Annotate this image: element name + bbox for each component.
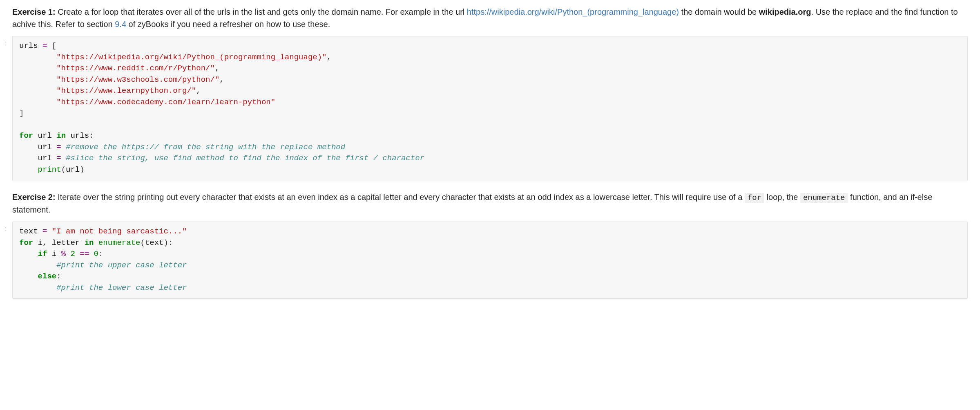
code-token: [19, 98, 56, 107]
code-token: "https://www.learnpython.org/": [56, 86, 196, 95]
code-token: for: [19, 131, 33, 140]
exercise-2-description: Exercise 2: Iterate over the string prin…: [12, 191, 964, 216]
notebook-page: Exercise 1: Create a for loop that itera…: [0, 0, 980, 325]
code-token: [19, 75, 56, 84]
code-token: enumerate: [98, 238, 141, 247]
code-token: #print the lower case letter: [56, 283, 187, 292]
code-token: ==: [80, 249, 89, 258]
ex2-text-2: loop, the: [764, 193, 800, 202]
code-token: url: [38, 154, 57, 163]
code-token: text: [19, 227, 42, 236]
code-token: #slice the string, use find method to fi…: [66, 154, 424, 163]
code-token: [: [52, 41, 56, 50]
code-token: =: [56, 154, 61, 163]
code-token: :: [56, 272, 61, 281]
example-domain: wikipedia.org: [759, 7, 811, 16]
code-token: [47, 41, 51, 50]
code-token: for: [19, 238, 33, 247]
code-token: %: [61, 249, 66, 258]
cell-gutter-marker: :: [5, 38, 7, 48]
code-token: text: [145, 238, 164, 247]
code-cell-1[interactable]: : urls = [ "https://wikipedia.org/wiki/P…: [12, 36, 968, 181]
code-token: url: [66, 165, 80, 174]
code-token: [61, 143, 66, 152]
code-token: i, letter: [33, 238, 84, 247]
code-cell-2[interactable]: : text = "I am not being sarcastic..." f…: [12, 222, 968, 299]
code-token: 2: [70, 249, 75, 258]
code-token: "https://www.reddit.com/r/Python/": [56, 64, 215, 73]
section-ref-link[interactable]: 9.4: [115, 20, 126, 29]
ex1-text-1: Create a for loop that iterates over all…: [56, 7, 467, 16]
code-block-2[interactable]: text = "I am not being sarcastic..." for…: [12, 222, 968, 299]
code-token: [19, 53, 56, 62]
example-url-link[interactable]: https://wikipedia.org/wiki/Python_(progr…: [467, 7, 679, 16]
code-token: =: [42, 41, 47, 50]
code-token: "https://www.w3schools.com/python/": [56, 75, 219, 84]
exercise-1-description: Exercise 1: Create a for loop that itera…: [12, 6, 964, 30]
code-token: :: [98, 249, 103, 258]
code-token: url: [33, 131, 56, 140]
code-token: ,: [327, 53, 331, 62]
code-token: (: [140, 238, 145, 247]
code-token: urls: [66, 131, 89, 140]
code-token: (: [61, 165, 66, 174]
code-token: [19, 86, 56, 95]
code-token: "https://wikipedia.org/wiki/Python_(prog…: [56, 53, 326, 62]
code-token: ]: [19, 109, 24, 118]
code-token: ):: [164, 238, 173, 247]
code-token: =: [56, 143, 61, 152]
code-token: print: [38, 165, 61, 174]
code-token: ): [80, 165, 84, 174]
code-token: [19, 272, 38, 281]
code-token: [89, 249, 94, 258]
code-token: 0: [94, 249, 98, 258]
code-token: else: [38, 272, 57, 281]
code-token: [19, 261, 56, 270]
ex1-text-4: of zyBooks if you need a refresher on ho…: [126, 20, 330, 29]
ex2-text-1: Iterate over the string printing out eve…: [56, 193, 745, 202]
code-token: [61, 154, 66, 163]
code-token: [47, 227, 51, 236]
code-token: in: [85, 238, 94, 247]
code-token: "https://www.codecademy.com/learn/learn-…: [56, 98, 275, 107]
code-token: [19, 154, 38, 163]
code-token: =: [42, 227, 47, 236]
exercise-2-label: Exercise 2:: [12, 193, 56, 202]
code-token: [19, 165, 38, 174]
code-token: [66, 249, 70, 258]
code-token: if: [38, 249, 47, 258]
code-token: ,: [219, 75, 224, 84]
code-token: :: [89, 131, 94, 140]
code-token: url: [38, 143, 57, 152]
code-token: [19, 283, 56, 292]
code-token: [19, 249, 38, 258]
code-token: ,: [215, 64, 219, 73]
code-token: in: [56, 131, 66, 140]
code-token: i: [47, 249, 61, 258]
inline-code-for: for: [745, 193, 764, 203]
code-token: [19, 64, 56, 73]
code-token: urls: [19, 41, 42, 50]
inline-code-enumerate: enumerate: [800, 193, 848, 203]
ex1-text-2: the domain would be: [679, 7, 759, 16]
code-token: ,: [196, 86, 201, 95]
code-token: [94, 238, 98, 247]
code-token: [75, 249, 80, 258]
code-token: [19, 143, 38, 152]
code-block-1[interactable]: urls = [ "https://wikipedia.org/wiki/Pyt…: [12, 36, 968, 181]
cell-gutter-marker: :: [5, 224, 7, 234]
exercise-1-label: Exercise 1:: [12, 7, 56, 16]
code-token: #print the upper case letter: [56, 261, 187, 270]
code-token: "I am not being sarcastic...": [52, 227, 187, 236]
code-token: #remove the https:// from the string wit…: [66, 143, 345, 152]
